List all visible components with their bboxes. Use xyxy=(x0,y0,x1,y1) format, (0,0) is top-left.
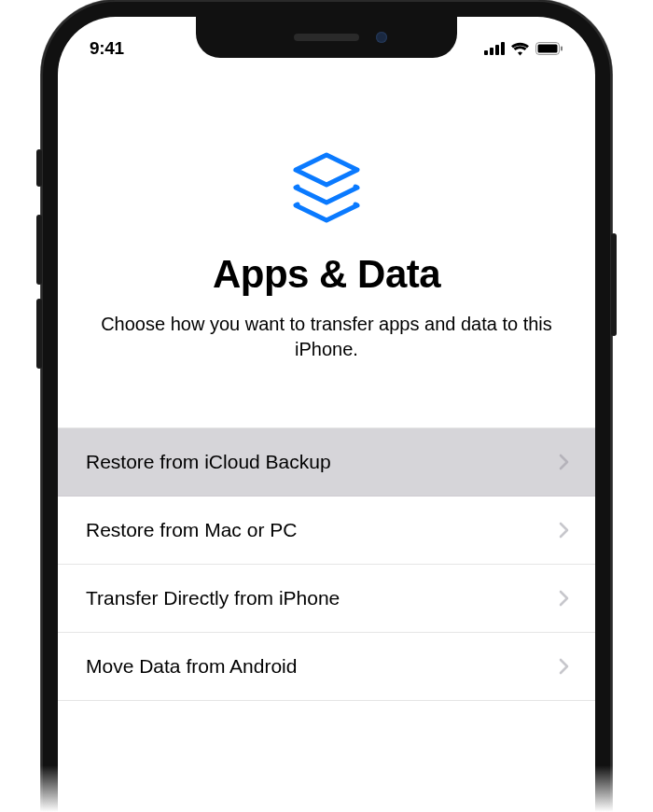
power-button xyxy=(611,233,617,336)
status-time: 9:41 xyxy=(90,38,124,59)
svg-rect-1 xyxy=(490,48,493,55)
option-label: Restore from Mac or PC xyxy=(86,519,297,541)
option-restore-icloud[interactable]: Restore from iCloud Backup xyxy=(58,428,595,497)
volume-up-button xyxy=(36,215,42,285)
page-title: Apps & Data xyxy=(58,252,595,297)
svg-rect-0 xyxy=(484,50,488,55)
chevron-right-icon xyxy=(559,658,569,675)
front-camera xyxy=(376,32,387,43)
speaker-grille xyxy=(294,34,359,41)
option-label: Transfer Directly from iPhone xyxy=(86,587,340,609)
chevron-right-icon xyxy=(559,590,569,607)
battery-icon xyxy=(535,42,563,55)
notch xyxy=(196,17,457,58)
transfer-options-list: Restore from iCloud Backup Restore from … xyxy=(58,427,595,701)
chevron-right-icon xyxy=(559,454,569,470)
option-label: Move Data from Android xyxy=(86,655,297,678)
svg-rect-3 xyxy=(501,42,505,55)
apps-data-stack-icon xyxy=(58,151,595,226)
status-indicators xyxy=(484,42,563,56)
option-label: Restore from iCloud Backup xyxy=(86,451,331,473)
svg-rect-2 xyxy=(495,45,499,55)
option-move-android[interactable]: Move Data from Android xyxy=(58,633,595,701)
setup-content: Apps & Data Choose how you want to trans… xyxy=(58,67,595,701)
page-subtitle: Choose how you want to transfer apps and… xyxy=(58,312,595,362)
iphone-device-frame: 9:41 Apps & Data xyxy=(41,0,612,812)
svg-rect-6 xyxy=(561,47,563,51)
silence-switch xyxy=(36,149,42,187)
svg-rect-5 xyxy=(538,45,558,53)
screen: 9:41 Apps & Data xyxy=(58,17,595,812)
option-restore-mac-pc[interactable]: Restore from Mac or PC xyxy=(58,497,595,565)
volume-down-button xyxy=(36,299,42,369)
chevron-right-icon xyxy=(559,522,569,539)
option-transfer-iphone[interactable]: Transfer Directly from iPhone xyxy=(58,565,595,633)
cellular-signal-icon xyxy=(484,42,505,55)
wifi-icon xyxy=(510,42,530,56)
